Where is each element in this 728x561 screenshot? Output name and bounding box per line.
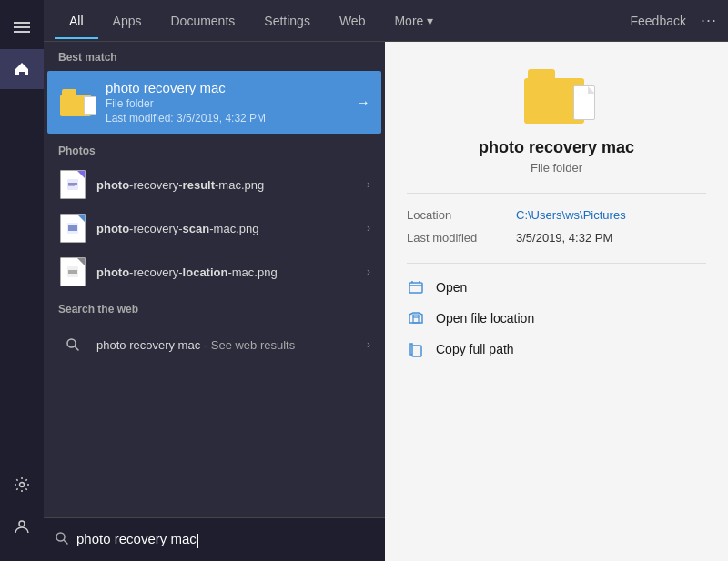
web-query: photo recovery mac xyxy=(96,338,200,352)
action-open[interactable]: Open xyxy=(407,278,706,296)
search-input-value: photo recovery mac xyxy=(76,531,197,546)
hamburger-menu-icon[interactable] xyxy=(0,7,44,47)
best-match-modified: Last modified: 3/5/2019, 4:32 PM xyxy=(106,112,349,125)
meta-modified-row: Last modified 3/5/2019, 4:32 PM xyxy=(407,231,706,245)
meta-modified-label: Last modified xyxy=(407,231,516,245)
best-match-item[interactable]: photo recovery mac File folder Last modi… xyxy=(47,71,381,134)
web-item-chevron: › xyxy=(367,338,370,351)
photo-item-1[interactable]: photo-recovery-result-mac.png › xyxy=(44,163,385,206)
photo-item-3[interactable]: photo-recovery-location-mac.png › xyxy=(44,250,385,294)
feedback-button[interactable]: Feedback xyxy=(631,14,686,28)
web-section-label: Search the web xyxy=(44,294,385,321)
svg-rect-14 xyxy=(413,317,419,323)
png-icon-1 xyxy=(58,170,87,199)
web-item-text: photo recovery mac - See web results xyxy=(96,338,367,352)
search-icon xyxy=(58,330,87,359)
action-open-location[interactable]: Open file location xyxy=(407,309,706,327)
detail-divider-2 xyxy=(407,263,706,264)
detail-divider-1 xyxy=(407,193,706,194)
png-icon-3 xyxy=(58,257,87,286)
tab-documents[interactable]: Documents xyxy=(156,3,249,39)
photos-section-label: Photos xyxy=(44,135,385,163)
meta-location-label: Location xyxy=(407,208,516,222)
more-options-button[interactable]: ··· xyxy=(701,11,717,30)
photo-item-2[interactable]: photo-recovery-scan-mac.png › xyxy=(44,206,385,250)
photo-item-2-name: photo-recovery-scan-mac.png xyxy=(96,222,367,235)
detail-type: File folder xyxy=(531,161,582,175)
svg-rect-4 xyxy=(68,185,75,186)
web-search-item[interactable]: photo recovery mac - See web results › xyxy=(44,321,385,368)
right-panel: photo recovery mac File folder Location … xyxy=(385,42,728,561)
open-icon xyxy=(407,278,425,296)
svg-point-0 xyxy=(20,483,25,487)
sidebar xyxy=(0,0,44,561)
photo-item-1-name: photo-recovery-result-mac.png xyxy=(96,178,367,192)
tab-apps[interactable]: Apps xyxy=(98,3,157,39)
tab-more[interactable]: More ▾ xyxy=(379,3,448,39)
more-chevron-icon: ▾ xyxy=(427,14,433,28)
home-icon[interactable] xyxy=(0,49,44,89)
search-cursor xyxy=(197,534,198,548)
photo-item-3-chevron: › xyxy=(367,265,370,278)
svg-line-12 xyxy=(64,540,67,544)
open-location-icon xyxy=(407,309,425,327)
best-match-folder-icon xyxy=(58,85,95,121)
user-icon[interactable] xyxy=(0,506,44,546)
meta-modified-value: 3/5/2019, 4:32 PM xyxy=(516,231,612,245)
svg-point-1 xyxy=(19,521,25,526)
action-open-location-label: Open file location xyxy=(436,311,534,326)
action-copy-path[interactable]: Copy full path xyxy=(407,340,706,358)
tab-right-actions: Feedback ··· xyxy=(631,11,718,30)
tabs: All Apps Documents Settings Web More ▾ xyxy=(55,3,631,39)
tab-web[interactable]: Web xyxy=(325,3,380,39)
main-area: All Apps Documents Settings Web More ▾ F… xyxy=(44,0,728,561)
best-match-text: photo recovery mac File folder Last modi… xyxy=(106,80,349,125)
svg-rect-15 xyxy=(412,346,421,356)
action-open-label: Open xyxy=(436,280,467,295)
content-area: Best match photo recovery mac File folde… xyxy=(44,42,728,561)
detail-meta: Location C:\Users\ws\Pictures Last modif… xyxy=(407,208,706,245)
search-input[interactable]: photo recovery mac xyxy=(76,531,374,547)
best-match-subtitle: File folder xyxy=(106,97,349,110)
png-icon-2 xyxy=(58,214,87,243)
web-see-results: - See web results xyxy=(200,338,295,352)
svg-line-10 xyxy=(75,346,78,350)
best-match-label: Best match xyxy=(44,42,385,69)
meta-location-value[interactable]: C:\Users\ws\Pictures xyxy=(516,208,626,222)
photo-item-1-chevron: › xyxy=(367,178,370,191)
meta-location-row: Location C:\Users\ws\Pictures xyxy=(407,208,706,222)
detail-folder-icon xyxy=(524,69,590,124)
svg-rect-13 xyxy=(410,283,422,293)
tab-all[interactable]: All xyxy=(55,3,98,39)
svg-rect-6 xyxy=(68,225,77,231)
tab-settings[interactable]: Settings xyxy=(249,3,325,39)
photo-item-3-name: photo-recovery-location-mac.png xyxy=(96,265,367,279)
tab-bar: All Apps Documents Settings Web More ▾ F… xyxy=(44,0,728,42)
settings-icon[interactable] xyxy=(0,465,44,505)
search-bar-icon xyxy=(55,531,69,548)
detail-title: photo recovery mac xyxy=(479,138,634,157)
svg-rect-8 xyxy=(68,270,77,274)
action-copy-path-label: Copy full path xyxy=(436,342,514,356)
more-label: More xyxy=(394,14,423,28)
best-match-arrow-icon: → xyxy=(356,95,370,111)
copy-path-icon xyxy=(407,340,425,358)
svg-rect-3 xyxy=(68,183,77,185)
left-panel: Best match photo recovery mac File folde… xyxy=(44,42,385,561)
best-match-title: photo recovery mac xyxy=(106,80,349,95)
search-bar: photo recovery mac xyxy=(44,517,385,561)
photo-item-2-chevron: › xyxy=(367,222,370,235)
action-list: Open Open file location xyxy=(407,278,706,358)
